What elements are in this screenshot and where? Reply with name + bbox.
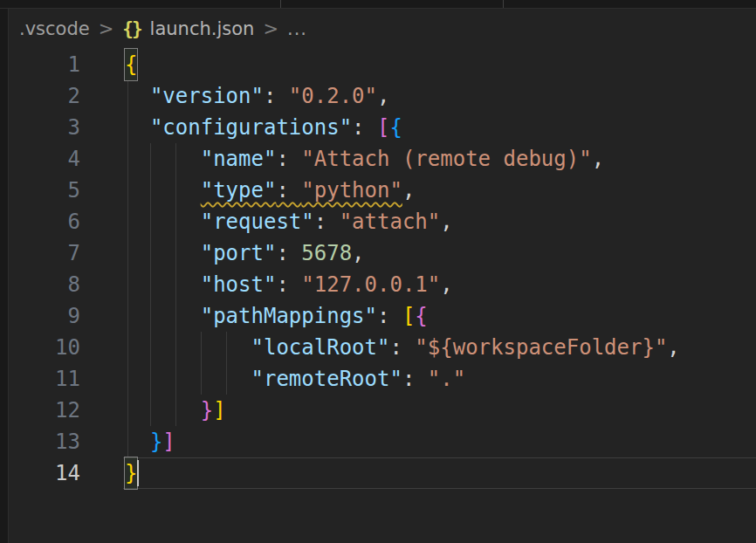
code-text: "localRoot": "${workspaceFolder}", (125, 332, 680, 363)
code-segment (125, 84, 150, 108)
code-segment: : (389, 335, 415, 360)
code-segment: : (264, 84, 289, 108)
code-line-1[interactable]: 1{ (10, 49, 756, 80)
code-segment: , (667, 335, 679, 360)
breadcrumb-symbol[interactable]: ... (287, 18, 307, 39)
line-number[interactable]: 8 (10, 269, 80, 300)
code-segment: , (377, 84, 389, 108)
code-line-6[interactable]: 6 "request": "attach", (10, 206, 756, 237)
code-segment: : (276, 272, 301, 297)
line-number[interactable]: 7 (10, 237, 80, 269)
code-segment: "." (428, 367, 465, 391)
line-number[interactable]: 10 (10, 332, 80, 363)
code-text: "pathMappings": [{ (125, 300, 428, 332)
chevron-right-icon: > (99, 18, 114, 39)
code-segment: [ (402, 304, 415, 328)
tab-separator (280, 0, 281, 8)
bracket-match: { (125, 49, 137, 80)
chevron-right-icon: > (263, 18, 278, 39)
code-segment: "name" (201, 147, 277, 171)
breadcrumb: .vscode > {} launch.json > ... (10, 10, 307, 47)
code-segment (125, 210, 201, 234)
code-segment (125, 367, 251, 391)
code-segment (125, 430, 150, 454)
code-line-14[interactable]: 14} (10, 457, 756, 489)
line-number[interactable]: 6 (10, 206, 80, 237)
code-segment: "request" (201, 210, 314, 234)
code-segment: ] (162, 430, 175, 454)
code-segment: , (352, 241, 364, 265)
code-segment: "remoteRoot" (251, 367, 402, 391)
code-line-10[interactable]: 10 "localRoot": "${workspaceFolder}", (10, 332, 756, 363)
breadcrumb-file[interactable]: launch.json (150, 18, 255, 39)
line-number[interactable]: 1 (10, 49, 80, 80)
vscode-editor-pane: .vscode > {} launch.json > ... 1{2 "vers… (0, 0, 756, 543)
code-segment: , (402, 178, 415, 203)
line-number[interactable]: 5 (10, 175, 80, 206)
code-text: "name": "Attach (remote debug)", (125, 143, 604, 175)
code-segment: : (276, 178, 301, 203)
code-segment: "attach" (340, 210, 441, 234)
code-segment: : (352, 115, 377, 140)
code-text: "configurations": [{ (125, 112, 402, 143)
code-line-13[interactable]: 13 }] (10, 426, 756, 457)
bracket-match: } (125, 457, 137, 489)
breadcrumb-folder[interactable]: .vscode (19, 18, 90, 39)
code-segment: "localRoot" (251, 335, 390, 360)
code-segment: ] (213, 398, 225, 423)
line-number[interactable]: 4 (10, 143, 80, 175)
code-segment: [ (377, 115, 389, 140)
line-number[interactable]: 13 (10, 426, 80, 457)
code-editor[interactable]: 1{2 "version": "0.2.0",3 "configurations… (10, 49, 756, 543)
code-text: "host": "127.0.0.1", (125, 269, 453, 300)
line-number[interactable]: 2 (10, 80, 80, 112)
code-line-8[interactable]: 8 "host": "127.0.0.1", (10, 269, 756, 300)
code-segment: { (389, 115, 402, 140)
line-number[interactable]: 3 (10, 112, 80, 143)
line-number[interactable]: 14 (10, 457, 80, 489)
code-segment (125, 115, 150, 140)
code-segment: "127.0.0.1" (301, 272, 440, 297)
code-text: } (125, 457, 137, 489)
code-segment (125, 178, 201, 203)
code-text: "version": "0.2.0", (125, 80, 389, 112)
code-lines: 1{2 "version": "0.2.0",3 "configurations… (10, 49, 756, 489)
line-number[interactable]: 9 (10, 300, 80, 332)
code-line-5[interactable]: 5 "type": "python", (10, 175, 756, 206)
code-line-7[interactable]: 7 "port": 5678, (10, 237, 756, 269)
code-segment (125, 398, 201, 423)
line-number[interactable]: 11 (10, 363, 80, 395)
code-segment (125, 147, 201, 171)
code-segment: : (402, 367, 428, 391)
sidebar-edge (0, 9, 9, 543)
code-line-2[interactable]: 2 "version": "0.2.0", (10, 80, 756, 112)
code-line-12[interactable]: 12 }] (10, 395, 756, 426)
code-segment: "${workspaceFolder}" (415, 335, 667, 360)
code-line-3[interactable]: 3 "configurations": [{ (10, 112, 756, 143)
tab-separator (503, 0, 504, 8)
code-segment: "python" (301, 178, 402, 203)
code-segment (125, 241, 201, 265)
code-text: "type": "python", (125, 175, 415, 206)
line-number[interactable]: 12 (10, 395, 80, 426)
code-segment: : (276, 241, 301, 265)
code-segment: { (415, 304, 427, 328)
code-segment: , (440, 210, 452, 234)
code-line-11[interactable]: 11 "remoteRoot": "." (10, 363, 756, 395)
code-segment: } (201, 398, 213, 423)
code-segment: : (314, 210, 340, 234)
code-segment: 5678 (301, 241, 352, 265)
code-line-4[interactable]: 4 "name": "Attach (remote debug)", (10, 143, 756, 175)
code-segment: } (150, 430, 162, 454)
code-segment: , (592, 147, 604, 171)
code-line-9[interactable]: 9 "pathMappings": [{ (10, 300, 756, 332)
code-text: "request": "attach", (125, 206, 453, 237)
code-text: }] (125, 426, 175, 457)
code-text: }] (125, 395, 226, 426)
code-text: { (125, 49, 137, 80)
code-text: "remoteRoot": "." (125, 363, 465, 395)
code-segment (125, 304, 201, 328)
code-segment: , (440, 272, 452, 297)
code-segment: "Attach (remote debug)" (301, 147, 591, 171)
code-segment: : (276, 147, 301, 171)
